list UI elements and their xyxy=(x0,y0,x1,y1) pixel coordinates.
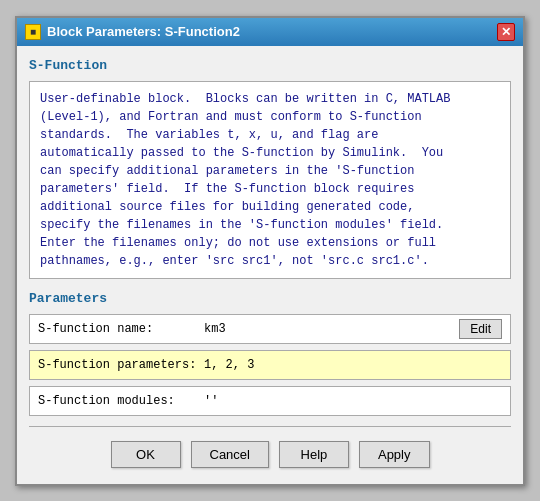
title-bar: ■ Block Parameters: S-Function2 ✕ xyxy=(17,18,523,46)
close-button[interactable]: ✕ xyxy=(497,23,515,41)
title-bar-left: ■ Block Parameters: S-Function2 xyxy=(25,24,240,40)
button-row: OK Cancel Help Apply xyxy=(29,441,511,472)
sfunc-params-row: S-function parameters: xyxy=(29,350,511,380)
window-title: Block Parameters: S-Function2 xyxy=(47,24,240,39)
window-icon: ■ xyxy=(25,24,41,40)
sfunc-modules-row: S-function modules: xyxy=(29,386,511,416)
description-box: User-definable block. Blocks can be writ… xyxy=(29,81,511,279)
ok-button[interactable]: OK xyxy=(111,441,181,468)
sfunc-modules-label: S-function modules: xyxy=(38,394,198,408)
sfunc-name-row: S-function name: Edit xyxy=(29,314,511,344)
params-section-label: Parameters xyxy=(29,291,511,306)
main-window: ■ Block Parameters: S-Function2 ✕ S-Func… xyxy=(15,16,525,486)
edit-button[interactable]: Edit xyxy=(459,319,502,339)
window-body: S-Function User-definable block. Blocks … xyxy=(17,46,523,484)
sfunc-params-label: S-function parameters: xyxy=(38,358,198,372)
sfunc-name-input[interactable] xyxy=(204,322,453,336)
help-button[interactable]: Help xyxy=(279,441,349,468)
divider xyxy=(29,426,511,427)
sfunc-modules-input[interactable] xyxy=(204,394,502,408)
sfunc-section-label: S-Function xyxy=(29,58,511,73)
cancel-button[interactable]: Cancel xyxy=(191,441,269,468)
sfunc-name-label: S-function name: xyxy=(38,322,198,336)
description-text: User-definable block. Blocks can be writ… xyxy=(40,92,450,268)
apply-button[interactable]: Apply xyxy=(359,441,430,468)
sfunc-params-input[interactable] xyxy=(204,358,502,372)
